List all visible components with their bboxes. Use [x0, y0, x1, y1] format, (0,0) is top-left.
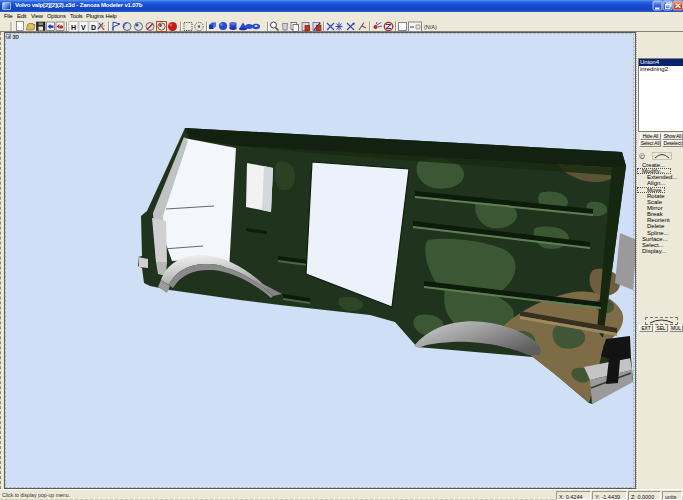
svg-text:V: V: [81, 24, 86, 31]
svg-text:(N/A): (N/A): [424, 24, 437, 30]
svg-text:D: D: [91, 24, 96, 31]
svg-text:H: H: [71, 24, 76, 31]
